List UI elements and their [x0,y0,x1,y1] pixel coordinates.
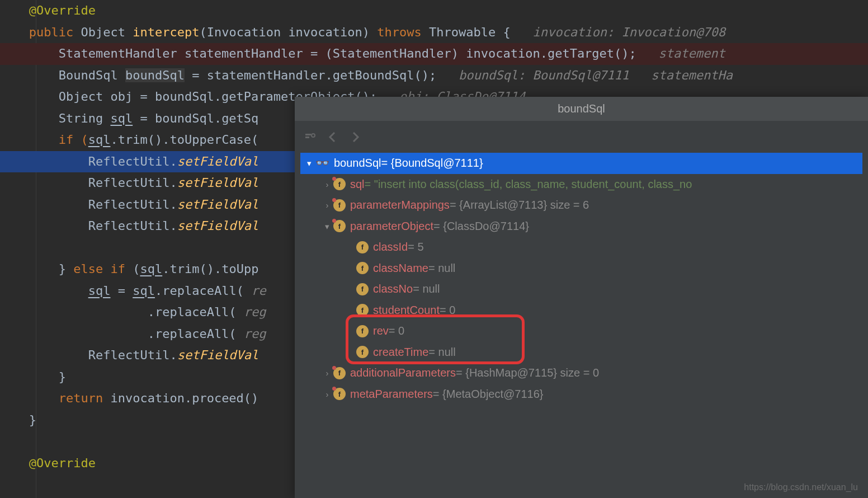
chevron-right-icon[interactable]: › [321,384,333,405]
tree-node[interactable]: f classId = 5 [300,237,862,258]
var-name: boundSql [334,153,381,174]
debugger-panel: boundSql ▾ 👓 boundSql = {BoundSql@7111} … [295,97,868,498]
debugger-title: boundSql [295,97,868,121]
var-name: classNo [373,279,413,300]
var-value: = 0 [389,321,404,342]
var-name: rev [373,321,389,342]
tree-node[interactable]: › f additionalParameters = {HashMap@7115… [300,363,862,384]
chevron-down-icon[interactable]: ▾ [303,153,315,174]
var-name: className [373,258,428,279]
var-name: parameterObject [350,216,433,237]
var-value: = "insert into class(class_id, class_nam… [365,174,692,195]
var-name: studentCount [373,300,440,321]
tree-node[interactable]: f studentCount = 0 [300,300,862,321]
chevron-right-icon[interactable]: › [321,363,333,384]
code-line: BoundSql boundSql = statementHandler.get… [0,65,868,87]
var-name: parameterMappings [350,195,450,216]
field-icon: f [356,346,369,358]
tree-node[interactable]: f rev = 0 [300,321,862,342]
field-icon: f [356,304,369,316]
code-line: @Override [0,0,868,22]
var-value: = null [428,342,455,363]
svg-rect-0 [305,134,311,135]
tree-root[interactable]: ▾ 👓 boundSql = {BoundSql@7111} [300,153,862,174]
var-name: classId [373,237,408,258]
chevron-right-icon[interactable]: › [321,174,333,195]
var-value: = {MetaObject@7116} [433,384,544,405]
tree-node[interactable]: › f metaParameters = {MetaObject@7116} [300,384,862,405]
tree-node[interactable]: ▾ f parameterObject = {ClassDo@7114} [300,216,862,237]
tree-node[interactable]: f classNo = null [300,279,862,300]
var-name: additionalParameters [350,363,456,384]
field-icon: f [333,178,346,190]
var-value: = {BoundSql@7111} [381,153,483,174]
var-value: = {ArrayList@7113} size = 6 [450,195,589,216]
var-name: metaParameters [350,384,433,405]
forward-icon[interactable] [348,130,362,144]
var-value: = {ClassDo@7114} [433,216,529,237]
field-icon: f [333,220,346,232]
back-icon[interactable] [326,130,339,144]
var-value: = null [413,279,440,300]
tree-node[interactable]: f createTime = null [300,342,862,363]
var-name: sql [350,174,365,195]
code-line: public Object intercept(Invocation invoc… [0,22,868,44]
var-value: = {HashMap@7115} size = 0 [456,363,599,384]
var-value: = 0 [440,300,455,321]
code-line: StatementHandler statementHandler = (Sta… [0,43,868,65]
svg-point-2 [312,134,315,137]
field-icon: f [356,325,369,337]
filter-icon[interactable] [304,130,317,144]
tree-node[interactable]: f className = null [300,258,862,279]
field-icon: f [333,388,346,400]
var-value: = 5 [408,237,423,258]
field-icon: f [333,199,346,212]
field-icon: f [356,241,369,253]
chevron-down-icon[interactable]: ▾ [321,216,333,237]
var-name: createTime [373,342,428,363]
field-icon: f [356,262,369,274]
field-icon: f [333,367,346,379]
debugger-toolbar [295,121,868,153]
tree-node[interactable]: › f sql = "insert into class(class_id, c… [300,174,862,195]
variable-tree[interactable]: ▾ 👓 boundSql = {BoundSql@7111} › f sql =… [295,153,868,498]
tree-node[interactable]: › f parameterMappings = {ArrayList@7113}… [300,195,862,216]
glasses-icon: 👓 [315,153,329,174]
svg-rect-1 [305,137,309,138]
chevron-right-icon[interactable]: › [321,195,333,216]
field-icon: f [356,283,369,295]
var-value: = null [428,258,455,279]
watermark: https://blog.csdn.net/xuan_lu [744,482,858,492]
